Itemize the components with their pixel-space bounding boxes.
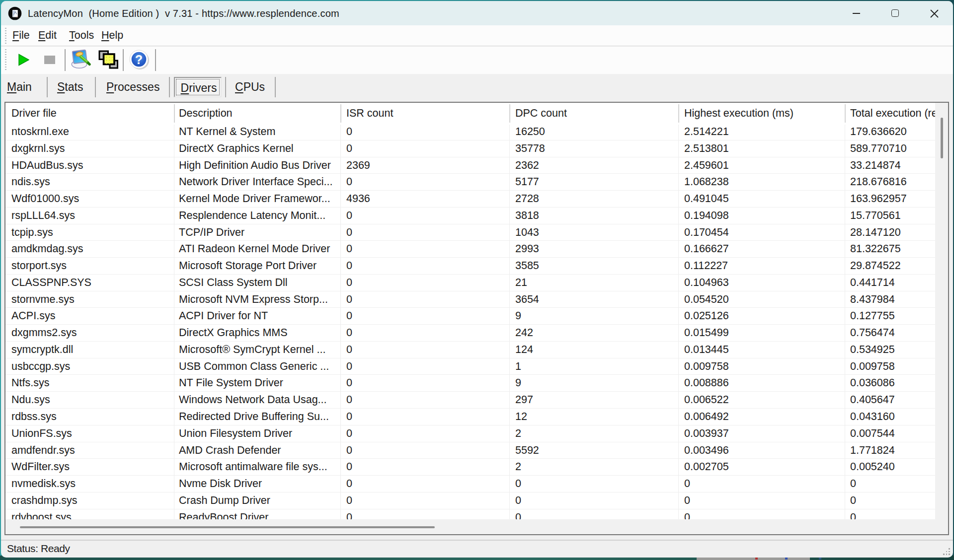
svg-text:?: ? bbox=[135, 53, 143, 67]
